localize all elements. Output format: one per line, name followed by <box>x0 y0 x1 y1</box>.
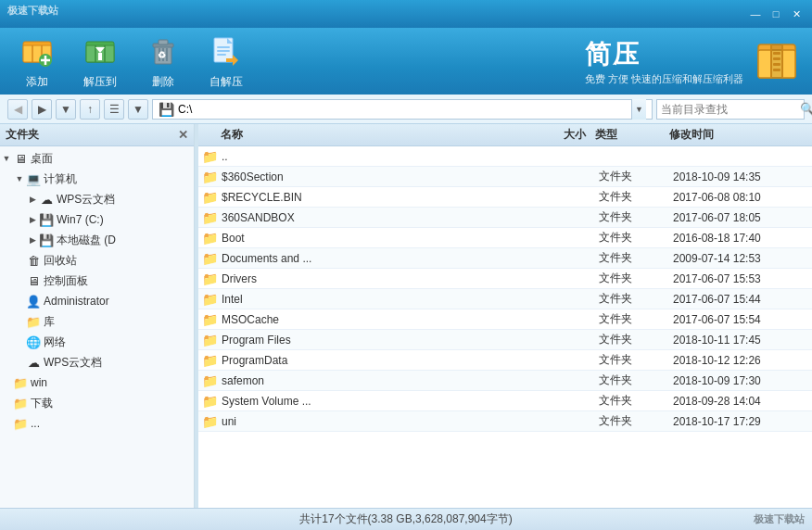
tree-item[interactable]: 🖥 控制面板 <box>0 271 194 291</box>
maximize-button[interactable]: □ <box>768 6 784 22</box>
file-type-cell: 文件夹 <box>590 352 664 368</box>
svg-rect-35 <box>773 69 780 71</box>
watermark-top: 极速下载站 <box>7 4 58 18</box>
file-type-cell: 文件夹 <box>590 169 664 184</box>
file-row[interactable]: 📁 Documents and ... 文件夹 2009-07-14 12:53 <box>198 248 812 269</box>
tree-item[interactable]: 📁 win <box>0 372 194 393</box>
file-row[interactable]: 📁 Intel 文件夹 2017-06-07 15:44 <box>198 289 812 309</box>
file-name-label: Drivers <box>222 272 257 285</box>
folder-icon: 📁 <box>202 292 218 307</box>
extract-button[interactable]: 解压到 <box>78 33 122 90</box>
file-row[interactable]: 📁 ProgramData 文件夹 2018-10-12 12:26 <box>198 350 812 371</box>
add-icon <box>19 33 56 70</box>
file-name-label: .. <box>222 150 228 163</box>
file-row[interactable]: 📁 safemon 文件夹 2018-10-09 17:30 <box>198 371 812 391</box>
col-name-header[interactable]: 名称 <box>202 127 521 143</box>
file-name-label: 360SANDBOX <box>222 211 295 224</box>
add-label: 添加 <box>26 74 48 90</box>
brand-area: 简压 免费 方便 快速的压缩和解压缩利器 <box>585 37 797 86</box>
file-date-cell: 2018-10-12 12:26 <box>664 354 812 367</box>
delete-button[interactable]: ♻ 删除 <box>141 33 185 90</box>
address-drive-icon: 💾 <box>159 102 174 117</box>
file-row[interactable]: 📁 Drivers 文件夹 2017-06-07 15:53 <box>198 269 812 289</box>
tree-toggle-icon: ▶ <box>26 233 39 246</box>
folder-icon: 📁 <box>202 414 218 429</box>
tree-toggle-icon <box>13 356 26 369</box>
tree-item-label: 桌面 <box>31 151 53 167</box>
selfextract-button[interactable]: 自解压 <box>204 33 248 90</box>
back-folder-icon: 📁 <box>202 149 218 164</box>
add-button[interactable]: 添加 <box>15 33 59 90</box>
dropdown-button[interactable]: ▼ <box>56 99 76 120</box>
file-row[interactable]: 📁 Program Files 文件夹 2018-10-11 17:45 <box>198 330 812 350</box>
folder-icon: 📁 <box>202 373 218 388</box>
file-row[interactable]: 📁 Boot 文件夹 2016-08-18 17:40 <box>198 228 812 248</box>
file-name-cell: 📁 safemon <box>198 373 525 388</box>
tree-item[interactable]: ▶ 💾 本地磁盘 (D <box>0 230 194 250</box>
up-button[interactable]: ↑ <box>80 99 100 120</box>
tree-folder-icon: ☁ <box>26 355 41 370</box>
address-bar[interactable]: 💾 ▼ <box>152 99 653 120</box>
tree-item-label: Administrator <box>44 295 109 308</box>
address-dropdown-btn[interactable]: ▼ <box>631 99 646 120</box>
file-name-label: ProgramData <box>222 354 287 367</box>
file-row[interactable]: 📁 MSOCache 文件夹 2017-06-07 15:54 <box>198 309 812 330</box>
file-type-cell: 文件夹 <box>590 189 664 205</box>
tree-item[interactable]: ▶ 💾 Win7 (C:) <box>0 209 194 230</box>
svg-rect-24 <box>217 54 226 56</box>
col-type-header[interactable]: 类型 <box>586 127 660 143</box>
file-type-cell: 文件夹 <box>590 291 664 307</box>
file-row[interactable]: 📁 .. <box>198 146 812 167</box>
file-type-cell: 文件夹 <box>590 230 664 246</box>
panel-close-button[interactable]: ✕ <box>178 128 188 142</box>
tree-item-label: Win7 (C:) <box>57 213 104 226</box>
file-row[interactable]: 📁 uni 文件夹 2018-10-17 17:29 <box>198 411 812 432</box>
tree-item[interactable]: ▼ 🖥 桌面 <box>0 148 194 169</box>
file-type-cell: 文件夹 <box>590 393 664 409</box>
title-bar: 极速下载站 — □ ✕ <box>0 0 812 28</box>
file-name-label: $360Section <box>222 170 284 183</box>
tree-item-label: WPS云文档 <box>44 355 102 371</box>
tree-item[interactable]: ▼ 💻 计算机 <box>0 169 194 189</box>
tree-item[interactable]: 📁 下载 <box>0 393 194 413</box>
file-row[interactable]: 📁 360SANDBOX 文件夹 2017-06-07 18:05 <box>198 208 812 228</box>
tree-item[interactable]: ▶ ☁ WPS云文档 <box>0 189 194 209</box>
tree-toggle-icon <box>0 397 13 410</box>
forward-button[interactable]: ▶ <box>32 99 52 120</box>
tree-item[interactable]: 🗑 回收站 <box>0 250 194 271</box>
tree-item-label: 网络 <box>44 334 66 350</box>
file-type-cell: 文件夹 <box>590 311 664 327</box>
file-type-cell: 文件夹 <box>590 250 664 266</box>
tree-item[interactable]: 👤 Administrator <box>0 291 194 311</box>
file-row[interactable]: 📁 System Volume ... 文件夹 2018-09-28 14:04 <box>198 391 812 411</box>
tree-folder-icon: 🖥 <box>13 151 28 166</box>
file-date-cell: 2017-06-07 18:05 <box>664 211 812 224</box>
tree-item-label: 本地磁盘 (D <box>57 233 116 248</box>
col-date-header[interactable]: 修改时间 <box>660 127 808 143</box>
file-name-label: Intel <box>222 293 243 306</box>
file-row[interactable]: 📁 $RECYCLE.BIN 文件夹 2017-06-08 08:10 <box>198 187 812 208</box>
close-button[interactable]: ✕ <box>788 6 805 22</box>
search-icon[interactable]: 🔍 <box>800 102 812 116</box>
file-name-label: System Volume ... <box>222 395 311 408</box>
tree-item[interactable]: ☁ WPS云文档 <box>0 352 194 372</box>
menu-button[interactable]: ▼ <box>128 99 148 120</box>
minimize-button[interactable]: — <box>747 6 764 22</box>
col-size-header[interactable]: 大小 <box>521 127 586 143</box>
back-button[interactable]: ◀ <box>7 99 28 120</box>
tree-toggle-icon: ▼ <box>13 172 26 185</box>
file-row[interactable]: 📁 $360Section 文件夹 2018-10-09 14:35 <box>198 167 812 187</box>
file-name-cell: 📁 Documents and ... <box>198 251 525 266</box>
search-input[interactable] <box>661 103 800 116</box>
tree-item[interactable]: 📁 库 <box>0 311 194 332</box>
address-input[interactable] <box>178 103 631 116</box>
tree-item[interactable]: 📁 ... <box>0 413 194 434</box>
tree-item-label: 库 <box>44 314 55 330</box>
view-button[interactable]: ☰ <box>104 99 124 120</box>
tree-folder-icon: 🗑 <box>26 253 41 268</box>
file-name-cell: 📁 Boot <box>198 231 525 246</box>
tree-item[interactable]: 🌐 网络 <box>0 332 194 352</box>
tree-folder-icon: 💾 <box>39 212 54 227</box>
brand-name: 简压 <box>585 37 743 72</box>
tree-toggle-icon <box>13 315 26 328</box>
